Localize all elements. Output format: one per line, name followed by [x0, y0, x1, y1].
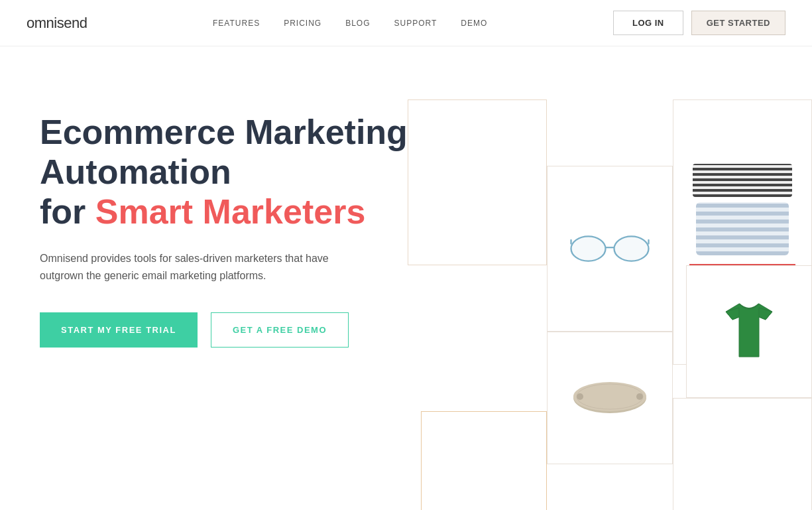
- nav-features[interactable]: FEATURES: [213, 19, 260, 28]
- hero-section: Ecommerce Marketing Automation for Smart…: [0, 46, 812, 510]
- get-started-button[interactable]: GET STARTED: [691, 11, 785, 35]
- hero-content: Ecommerce Marketing Automation for Smart…: [40, 99, 411, 510]
- hero-title-line2-plain: for: [40, 192, 95, 231]
- hero-title-highlight: Smart Marketers: [95, 192, 366, 231]
- product-cell-empty-right: [673, 398, 812, 510]
- product-cell-speaker: [547, 332, 673, 464]
- glasses-svg: [567, 229, 653, 269]
- nav-pricing[interactable]: PRICING: [284, 19, 321, 28]
- logo[interactable]: omnisend: [27, 15, 87, 32]
- svg-point-10: [577, 393, 583, 400]
- product-grid: [401, 99, 812, 510]
- header-actions: LOG IN GET STARTED: [613, 11, 785, 35]
- main-nav: FEATURES PRICING BLOG SUPPORT DEMO: [213, 19, 487, 28]
- product-cell-empty-top: [408, 99, 547, 265]
- product-cell-shirt: [686, 265, 812, 398]
- pillow-blue: [696, 202, 789, 255]
- hero-buttons: START MY FREE TRIAL GET A FREE DEMO: [40, 312, 411, 348]
- nav-support[interactable]: SUPPORT: [394, 19, 437, 28]
- svg-point-5: [571, 236, 606, 261]
- product-cell-glasses: [547, 166, 673, 332]
- hero-title-line1: Ecommerce Marketing Automation: [40, 113, 408, 191]
- svg-point-8: [573, 382, 646, 411]
- svg-point-11: [636, 393, 643, 400]
- hero-subtitle: Omnisend provides tools for sales-driven…: [40, 250, 358, 284]
- nav-demo[interactable]: DEMO: [461, 19, 487, 28]
- login-button[interactable]: LOG IN: [613, 11, 683, 35]
- shirt-image: [687, 266, 811, 397]
- svg-point-6: [614, 236, 649, 261]
- glasses-image: [548, 166, 672, 331]
- demo-button[interactable]: GET A FREE DEMO: [211, 312, 349, 348]
- shirt-svg: [719, 298, 779, 365]
- pillow-dark: [693, 164, 792, 197]
- hero-title: Ecommerce Marketing Automation for Smart…: [40, 113, 411, 231]
- speaker-image: [548, 332, 672, 464]
- product-cell-empty-bottom: [421, 411, 547, 510]
- speaker-svg: [570, 380, 650, 416]
- trial-button[interactable]: START MY FREE TRIAL: [40, 312, 198, 348]
- nav-blog[interactable]: BLOG: [345, 19, 370, 28]
